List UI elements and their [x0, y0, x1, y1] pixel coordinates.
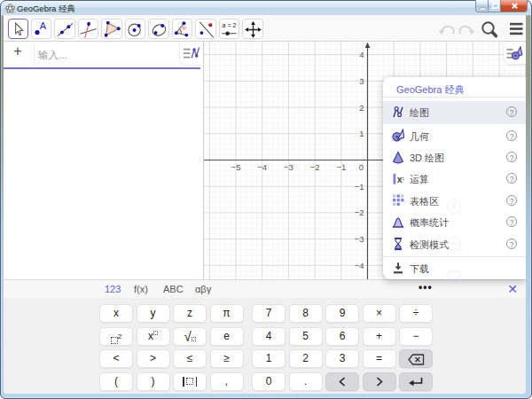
svg-text:A: A — [40, 20, 47, 31]
svg-text:=: = — [402, 176, 404, 182]
svg-text:a = 2: a = 2 — [222, 22, 236, 29]
svg-text:−3: −3 — [284, 162, 293, 172]
svg-text:−4: −4 — [257, 162, 267, 172]
svg-text:−3: −3 — [355, 234, 364, 244]
svg-text:−4: −4 — [355, 261, 364, 270]
svg-text:0: 0 — [359, 162, 364, 172]
svg-text:−1: −1 — [336, 162, 346, 172]
svg-text:1: 1 — [359, 129, 364, 138]
svg-text:−1: −1 — [355, 182, 364, 192]
svg-text:2: 2 — [359, 103, 364, 113]
svg-text:−5: −5 — [231, 162, 241, 172]
svg-text:−2: −2 — [355, 207, 364, 217]
svg-text:4: 4 — [359, 50, 364, 59]
svg-text:−2: −2 — [310, 162, 320, 172]
svg-text:3: 3 — [359, 76, 364, 86]
